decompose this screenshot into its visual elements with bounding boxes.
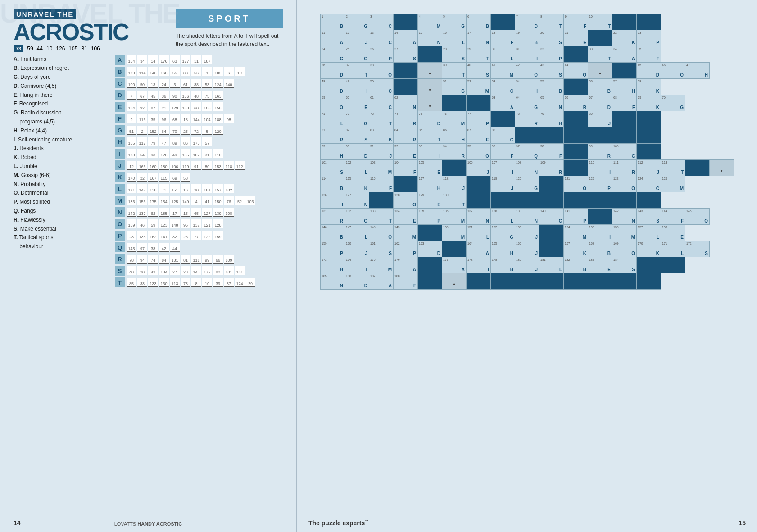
grid-cell[interactable]: 188F <box>394 273 418 290</box>
grid-cell[interactable]: • <box>588 63 612 79</box>
grid-cell[interactable]: 108N <box>515 160 539 176</box>
grid-cell[interactable]: 72G <box>345 111 369 127</box>
grid-cell[interactable]: 8T <box>539 14 564 30</box>
grid-cell[interactable]: 46O <box>661 63 685 79</box>
grid-cell[interactable]: 150M <box>442 225 467 241</box>
grid-cell[interactable]: 84R <box>394 127 418 144</box>
grid-cell[interactable]: 120G <box>515 176 539 192</box>
grid-cell[interactable]: 101S <box>321 160 345 176</box>
grid-cell[interactable]: 39T <box>442 63 467 79</box>
grid-cell[interactable]: 106J <box>467 160 491 176</box>
grid-cell[interactable]: 158E <box>661 225 685 241</box>
grid-cell[interactable]: 52M <box>467 79 491 95</box>
grid-cell[interactable]: 43S <box>539 63 564 79</box>
grid-cell[interactable]: 19B <box>515 30 539 46</box>
grid-cell[interactable]: 86H <box>442 127 467 144</box>
grid-cell[interactable]: 41M <box>491 63 515 79</box>
grid-cell[interactable]: 88C <box>491 127 515 144</box>
grid-cell[interactable]: 53C <box>491 79 515 95</box>
grid-cell[interactable]: 21E <box>564 30 588 46</box>
grid-cell[interactable]: 4M <box>418 14 442 30</box>
grid-cell[interactable]: 102L <box>345 160 369 176</box>
grid-cell[interactable]: 78R <box>515 111 539 127</box>
grid-cell[interactable]: 109R <box>539 160 564 176</box>
grid-cell[interactable]: 49I <box>345 79 369 95</box>
grid-cell[interactable]: 17N <box>467 30 491 46</box>
grid-cell[interactable]: 155I <box>588 225 612 241</box>
grid-cell[interactable]: 100C <box>612 144 637 160</box>
grid-cell[interactable]: 149M <box>394 225 418 241</box>
grid-cell[interactable]: 10T <box>588 14 612 30</box>
grid-cell[interactable]: 131R <box>321 209 345 225</box>
grid-cell[interactable]: 79H <box>539 111 564 127</box>
grid-cell[interactable]: • <box>418 79 442 95</box>
grid-cell[interactable]: 64G <box>515 95 539 111</box>
grid-cell[interactable]: 69K <box>637 95 661 111</box>
grid-cell[interactable]: 176A <box>394 257 418 273</box>
grid-cell[interactable]: 18F <box>491 30 515 46</box>
grid-cell[interactable]: 25G <box>345 46 369 63</box>
grid-cell[interactable]: 66R <box>564 95 588 111</box>
grid-cell[interactable]: 141P <box>564 209 588 225</box>
grid-cell[interactable]: 70G <box>661 95 685 111</box>
grid-cell[interactable]: 33T <box>588 46 612 63</box>
grid-cell[interactable]: 177A <box>442 257 467 273</box>
grid-cell[interactable]: 118J <box>442 176 467 192</box>
grid-cell[interactable]: 83B <box>369 127 394 144</box>
grid-cell[interactable]: 181L <box>539 257 564 273</box>
grid-cell[interactable]: 58K <box>637 79 661 95</box>
grid-cell[interactable]: 42Q <box>515 63 539 79</box>
cell[interactable]: 164 <box>127 55 136 64</box>
grid-cell[interactable]: 45D <box>637 63 661 79</box>
grid-cell[interactable]: 175M <box>369 257 394 273</box>
grid-cell[interactable]: 147L <box>345 225 369 241</box>
grid-cell[interactable]: • <box>442 273 467 290</box>
grid-cell[interactable]: 92E <box>394 144 418 160</box>
grid-cell[interactable]: 77P <box>467 111 491 127</box>
grid-cell[interactable]: 105E <box>418 160 442 176</box>
grid-cell[interactable]: 96F <box>491 144 515 160</box>
grid-cell[interactable]: 90D <box>345 144 369 160</box>
grid-cell[interactable]: 103M <box>369 160 394 176</box>
grid-cell[interactable]: 170K <box>637 241 661 257</box>
grid-cell[interactable]: 48D <box>321 79 345 95</box>
grid-cell[interactable]: 114B <box>321 176 345 192</box>
grid-cell[interactable]: 16L <box>442 30 467 46</box>
grid-cell[interactable]: 161S <box>369 241 394 257</box>
grid-cell[interactable]: 67D <box>588 95 612 111</box>
grid-cell[interactable]: 156M <box>612 225 637 241</box>
grid-cell[interactable]: 138L <box>491 209 515 225</box>
grid-cell[interactable]: 1B <box>321 14 345 30</box>
grid-cell[interactable]: 37T <box>345 63 369 79</box>
grid-cell[interactable]: 151L <box>467 225 491 241</box>
grid-cell[interactable]: 184S <box>612 257 637 273</box>
grid-cell[interactable]: 36D <box>321 63 345 79</box>
grid-cell[interactable]: 135P <box>418 209 442 225</box>
grid-cell[interactable]: 80J <box>588 111 612 127</box>
grid-cell[interactable]: 145Q <box>685 209 710 225</box>
grid-cell[interactable]: 28S <box>442 46 467 63</box>
grid-cell[interactable]: • <box>418 95 442 111</box>
grid-cell[interactable]: 166J <box>515 241 539 257</box>
grid-cell[interactable]: 11A <box>321 30 345 46</box>
grid-cell[interactable]: 169O <box>612 241 637 257</box>
grid-cell[interactable]: 140C <box>539 209 564 225</box>
grid-cell[interactable]: 119J <box>491 176 515 192</box>
grid-cell[interactable]: 15N <box>418 30 442 46</box>
grid-cell[interactable]: 142N <box>612 209 637 225</box>
grid-cell[interactable]: 7D <box>515 14 539 30</box>
grid-cell[interactable]: 31I <box>515 46 539 63</box>
grid-cell[interactable]: 123O <box>612 176 637 192</box>
grid-cell[interactable]: 162P <box>394 241 418 257</box>
grid-cell[interactable]: 179B <box>491 257 515 273</box>
grid-cell[interactable]: 62N <box>394 95 418 111</box>
grid-cell[interactable]: 111R <box>612 160 637 176</box>
grid-cell[interactable]: 132O <box>345 209 369 225</box>
grid-cell[interactable]: 85T <box>418 127 442 144</box>
grid-cell[interactable]: 160J <box>345 241 369 257</box>
grid-cell[interactable]: 14A <box>394 30 418 46</box>
grid-cell[interactable]: 5G <box>442 14 467 30</box>
grid-cell[interactable]: 124C <box>637 176 661 192</box>
grid-cell[interactable]: 112J <box>637 160 661 176</box>
grid-cell[interactable]: 54I <box>515 79 539 95</box>
